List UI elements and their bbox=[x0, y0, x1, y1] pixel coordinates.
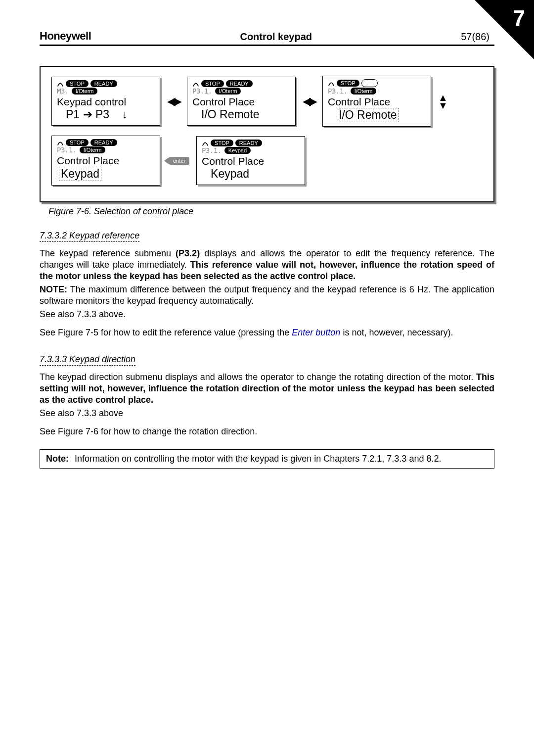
sec1-p1b: (P3.2) bbox=[176, 248, 200, 258]
lcd-5-menu-id: P3.1. bbox=[202, 146, 222, 154]
stop-badge: STOP bbox=[201, 80, 224, 87]
figure-row-1: STOP READY M3. I/Oterm Keypad control P1… bbox=[51, 76, 483, 127]
lcd-3-line2: I/O Remote bbox=[337, 108, 426, 122]
lcd-2-line1: Control Place bbox=[192, 96, 290, 108]
keypad-badge: Keypad bbox=[224, 147, 251, 154]
ioterm-badge: I/Oterm bbox=[80, 146, 106, 153]
curve-icon bbox=[57, 139, 64, 146]
lcd-4-line1: Control Place bbox=[57, 155, 155, 167]
lcd-5-status-row: STOP READY bbox=[202, 140, 300, 146]
figure-caption: Figure 7-6. Selection of control place bbox=[48, 206, 494, 217]
lcd-1-p3: P3 bbox=[95, 108, 109, 121]
lcd-3-line1: Control Place bbox=[328, 96, 426, 108]
figure-box: STOP READY M3. I/Oterm Keypad control P1… bbox=[40, 66, 494, 202]
section-heading-7332: 7.3.3.2 Keypad reference bbox=[40, 231, 139, 242]
chapter-tab-bg bbox=[475, 0, 534, 59]
sec1-see2c: is not, however, necessary). bbox=[343, 328, 453, 337]
ready-badge: READY bbox=[90, 139, 117, 146]
figure-row-2: STOP READY P3.1. I/Oterm Control Place K… bbox=[51, 136, 483, 186]
lcd-panel-3: STOP P3.1. I/Oterm Control Place I/O Rem… bbox=[322, 76, 431, 127]
page: 7 Honeywell Control keypad 57(86) STOP R… bbox=[0, 0, 534, 498]
lcd-panel-4: STOP READY P3.1. I/Oterm Control Place K… bbox=[51, 136, 160, 186]
enter-button-link[interactable]: Enter button bbox=[292, 328, 340, 337]
lcd-1-line2: P1 ➔ P3 ↓ bbox=[66, 108, 155, 121]
note-box: Note: Information on controlling the mot… bbox=[40, 449, 494, 469]
lcd-3-line2-text: I/O Remote bbox=[337, 108, 399, 122]
ready-badge-empty bbox=[361, 79, 378, 87]
sec1-see1: See also 7.3.3 above. bbox=[40, 309, 494, 320]
sec2-p1a: The keypad direction submenu displays an… bbox=[40, 372, 476, 382]
curve-icon bbox=[57, 80, 64, 87]
ioterm-badge: I/Oterm bbox=[72, 88, 98, 94]
lcd-1-p1: P1 bbox=[66, 108, 80, 121]
curve-icon bbox=[328, 80, 335, 87]
lcd-5-line1: Control Place bbox=[202, 155, 300, 167]
sec2-see1: See also 7.3.3 above bbox=[40, 408, 494, 419]
note-label: Note: bbox=[46, 454, 69, 464]
section-heading-7333: 7.3.3.3 Keypad direction bbox=[40, 354, 135, 366]
stop-badge: STOP bbox=[211, 140, 233, 146]
lcd-3-status-row: STOP bbox=[328, 79, 426, 87]
lcd-2-menu-id: P3.1. bbox=[192, 87, 212, 95]
stop-badge: STOP bbox=[66, 139, 89, 146]
lcd-1-menu-id: M3. bbox=[57, 87, 69, 95]
sec2-see2: See Figure 7-6 for how to change the rot… bbox=[40, 426, 494, 437]
curve-icon bbox=[192, 80, 199, 87]
chapter-tab-number: 7 bbox=[513, 6, 525, 31]
sec1-p1a: The keypad reference submenu bbox=[40, 248, 176, 258]
ready-badge: READY bbox=[90, 80, 117, 87]
lcd-1-line1: Keypad control bbox=[57, 96, 155, 108]
lcd-4-menu-id: P3.1. bbox=[57, 146, 77, 154]
sec2-p1: The keypad direction submenu displays an… bbox=[40, 372, 494, 406]
sec1-note-text: The maximum difference between the outpu… bbox=[40, 284, 494, 306]
page-header: Honeywell Control keypad 57(86) bbox=[40, 30, 494, 46]
lcd-panel-2: STOP READY P3.1. I/Oterm Control Place I… bbox=[187, 77, 296, 126]
up-down-arrows-icon: ▲▼ bbox=[438, 94, 448, 109]
header-title: Control keypad bbox=[91, 31, 461, 43]
sec1-note-label: NOTE: bbox=[40, 284, 67, 294]
stop-badge: STOP bbox=[337, 80, 359, 87]
left-right-arrows-icon: ◀▶ bbox=[303, 95, 315, 108]
right-arrow-icon: ➔ bbox=[83, 108, 92, 121]
lcd-4-line2-text: Keypad bbox=[59, 167, 101, 181]
ready-badge: READY bbox=[226, 80, 253, 87]
sec1-see2a: See Figure 7-5 for how to edit the refer… bbox=[40, 328, 292, 337]
lcd-2-line2: I/O Remote bbox=[201, 108, 290, 121]
brand-logo: Honeywell bbox=[40, 30, 91, 43]
lcd-3-menu-id: P3.1. bbox=[328, 87, 348, 95]
lcd-panel-5: STOP READY P3.1. Keypad Control Place Ke… bbox=[196, 136, 305, 185]
lcd-2-status-row: STOP READY bbox=[192, 80, 290, 87]
lcd-4-line2: Keypad bbox=[59, 167, 155, 181]
curve-icon bbox=[202, 140, 209, 146]
ioterm-badge: I/Oterm bbox=[351, 88, 377, 94]
enter-button-icon: enter bbox=[167, 157, 189, 165]
left-right-arrows-icon: ◀▶ bbox=[167, 95, 180, 108]
lcd-5-line2: Keypad bbox=[211, 167, 300, 181]
note-text: Information on controlling the motor wit… bbox=[75, 454, 488, 464]
sec1-p1: The keypad reference submenu (P3.2) disp… bbox=[40, 248, 494, 282]
sec1-note: NOTE: The maximum difference between the… bbox=[40, 284, 494, 307]
ready-badge: READY bbox=[235, 140, 262, 146]
lcd-panel-1: STOP READY M3. I/Oterm Keypad control P1… bbox=[51, 77, 160, 126]
stop-badge: STOP bbox=[66, 80, 89, 87]
down-arrow-icon: ↓ bbox=[122, 108, 128, 121]
ioterm-badge: I/Oterm bbox=[215, 88, 241, 94]
lcd-4-status-row: STOP READY bbox=[57, 139, 155, 146]
lcd-1-status-row: STOP READY bbox=[57, 80, 155, 87]
sec1-see2: See Figure 7-5 for how to edit the refer… bbox=[40, 327, 494, 338]
